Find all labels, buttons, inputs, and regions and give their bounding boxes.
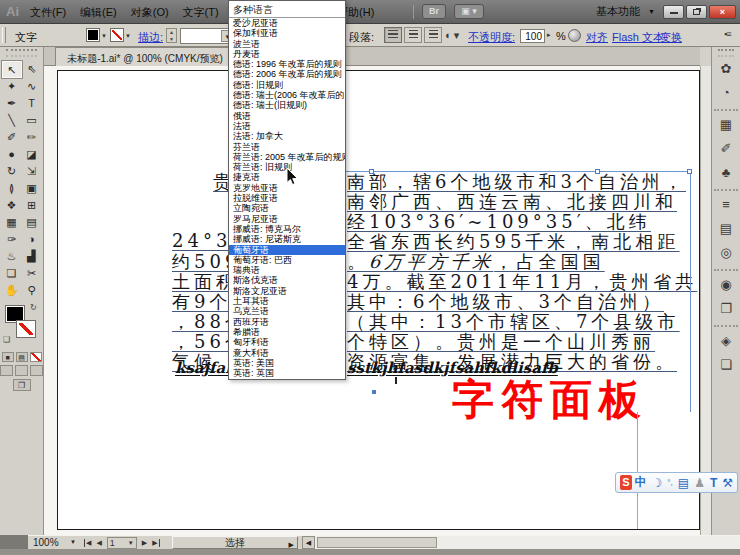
language-option[interactable]: 挪威语: 博克马尔 [229, 224, 345, 234]
tool-free-transform[interactable]: ▣ [22, 180, 42, 197]
language-option[interactable]: 德语: 2006 年改革后的规则 [229, 69, 345, 79]
hscroll-thumb[interactable] [317, 537, 437, 548]
swap-fill-stroke-icon[interactable]: ↻ [30, 303, 37, 312]
transform-panel-link[interactable]: 变换 [660, 30, 682, 45]
tool-scale[interactable]: ⇲ [22, 163, 42, 180]
dock-panel-graphic-styles[interactable]: ❐ [714, 297, 738, 321]
align-left-button[interactable] [384, 27, 402, 43]
tool-line-segment[interactable]: ╲ [2, 112, 22, 129]
artboard-page[interactable] [57, 70, 700, 530]
language-option[interactable]: 葡萄牙语: 巴西 [229, 255, 345, 265]
align-right-button[interactable] [424, 27, 442, 43]
opacity-stepper-icon[interactable]: ▸ [547, 31, 551, 39]
first-artboard-button[interactable]: ◀ [84, 539, 91, 547]
dock-panel-gradient[interactable]: ▤ [714, 217, 738, 241]
dock-panel-stroke[interactable]: ≡ [714, 189, 738, 217]
tool-gradient[interactable]: ▤ [22, 214, 42, 231]
language-option[interactable]: 俄语 [229, 111, 345, 121]
language-option[interactable]: 瑞典语 [229, 265, 345, 275]
dock-panel-symbols[interactable]: ♣ [714, 161, 738, 185]
language-option[interactable]: 乌克兰语 [229, 306, 345, 316]
zoom-level-combo[interactable]: 100% [33, 537, 59, 548]
menu-edit[interactable]: 编辑(E) [73, 0, 124, 24]
screen-mode-button[interactable]: ❐ [13, 379, 31, 391]
language-option[interactable]: 德语: 瑞士(2006 年改革后的... [229, 90, 345, 100]
color-mode-button[interactable]: ■ [2, 352, 14, 362]
tool-rectangle[interactable]: ▭ [22, 112, 42, 129]
dock-panel-swatches[interactable]: ▦ [714, 109, 738, 137]
tool-paintbrush[interactable]: ✐ [2, 129, 22, 146]
gradient-mode-button[interactable]: ▤ [16, 352, 28, 362]
menu-object[interactable]: 对象(O) [124, 0, 176, 24]
tool-magic-wand[interactable]: ✦ [2, 78, 22, 95]
dock-panel-brushes[interactable]: ✐ [714, 137, 738, 161]
language-option[interactable]: 斯洛伐克语 [229, 275, 345, 285]
language-option[interactable]: 葡萄牙语 [229, 245, 345, 255]
tool-shape-builder[interactable]: ❖ [2, 197, 22, 214]
language-option[interactable]: 匈牙利语 [229, 337, 345, 347]
tool-blend[interactable]: ◑ [22, 231, 42, 248]
language-option[interactable]: 土耳其语 [229, 296, 345, 306]
language-option[interactable]: 希腊语 [229, 327, 345, 337]
flash-text-link[interactable]: Flash 文本 [612, 30, 664, 45]
envelope-warp-button[interactable]: ◖ ▾ [444, 29, 459, 42]
stroke-indicator[interactable] [16, 320, 36, 338]
tools-panel-grip[interactable] [6, 49, 37, 57]
language-option[interactable]: 德语: 1996 年改革后的规则 [229, 59, 345, 69]
language-option[interactable]: 立陶宛语 [229, 203, 345, 213]
tool-slice[interactable]: ✂ [22, 265, 42, 282]
tool-symbol-sprayer[interactable]: ♨ [2, 248, 22, 265]
language-option[interactable]: 德语: 瑞士(旧规则) [229, 100, 345, 110]
language-option[interactable]: 保加利亚语 [229, 28, 345, 38]
none-mode-button[interactable] [30, 352, 42, 362]
language-option[interactable]: 法语: 加拿大 [229, 131, 345, 141]
sogou-logo-icon[interactable]: S [620, 475, 632, 490]
restore-button[interactable] [686, 5, 707, 19]
panel-menu-icon[interactable]: ▪≡ [724, 29, 730, 39]
language-option[interactable]: 拉脱维亚语 [229, 193, 345, 203]
ime-punctuation[interactable]: °, [667, 478, 672, 487]
align-panel-link[interactable]: 对齐 [586, 30, 608, 45]
bridge-button[interactable]: Br [422, 4, 446, 19]
default-fill-stroke-icon[interactable]: ❏ [3, 335, 10, 344]
tool-type[interactable]: T [22, 95, 42, 112]
vertical-scrollbar[interactable] [700, 66, 711, 535]
document-tab[interactable]: 未标题-1.ai* @ 100% (CMYK/预览) [55, 47, 235, 66]
minimize-button[interactable] [663, 5, 684, 19]
language-option[interactable]: 德语: 旧规则 [229, 80, 345, 90]
stroke-weight-stepper[interactable]: ▲▼ [166, 28, 177, 43]
dock-panel-appearance[interactable]: ◉ [714, 269, 738, 297]
tool-eraser[interactable]: ◪ [22, 146, 42, 163]
menu-type[interactable]: 文字(T) [176, 0, 226, 24]
tool-eyedropper[interactable]: ✑ [2, 231, 22, 248]
align-center-button[interactable] [404, 27, 422, 43]
language-option[interactable]: 斯洛文尼亚语 [229, 286, 345, 296]
language-option[interactable]: 西班牙语 [229, 317, 345, 327]
hscroll-left-button[interactable]: ◀ [302, 536, 315, 549]
menu-file[interactable]: 文件(F) [23, 0, 73, 24]
tool-width[interactable]: ≬ [2, 180, 22, 197]
ime-account[interactable]: ♟ [694, 476, 705, 490]
dock-panel-color-guide[interactable]: ◔ [714, 81, 738, 105]
tool-mesh[interactable]: ▦ [2, 214, 22, 231]
ime-chinese-mode[interactable]: 中 [635, 474, 647, 491]
tool-lasso[interactable]: ∿ [22, 78, 42, 95]
next-artboard-button[interactable]: ▶ [142, 539, 147, 547]
tool-selection[interactable]: ↖ [2, 61, 22, 78]
dock-panel-layers[interactable]: ◈ [714, 325, 738, 353]
language-option[interactable]: 挪威语: 尼诺斯克 [229, 234, 345, 244]
language-option[interactable]: 芬兰语 [229, 142, 345, 152]
dock-panel-artboards[interactable]: ❏ [714, 353, 738, 377]
ime-skin[interactable]: T [710, 476, 717, 490]
workspace-switcher[interactable]: 基本功能 [596, 4, 640, 19]
language-option[interactable]: 意大利语 [229, 348, 345, 358]
draw-normal-button[interactable] [0, 365, 13, 376]
tool-blob-brush[interactable]: ● [2, 146, 22, 163]
status-display[interactable]: 选择▶ [172, 536, 298, 549]
fill-color-swatch[interactable] [86, 28, 100, 42]
close-button[interactable]: × [709, 5, 736, 19]
draw-inside-button[interactable] [30, 365, 43, 376]
opacity-link[interactable]: 不透明度: [468, 30, 515, 45]
dock-panel-color[interactable]: ✿ [714, 57, 738, 81]
language-option[interactable]: 波兰语 [229, 39, 345, 49]
